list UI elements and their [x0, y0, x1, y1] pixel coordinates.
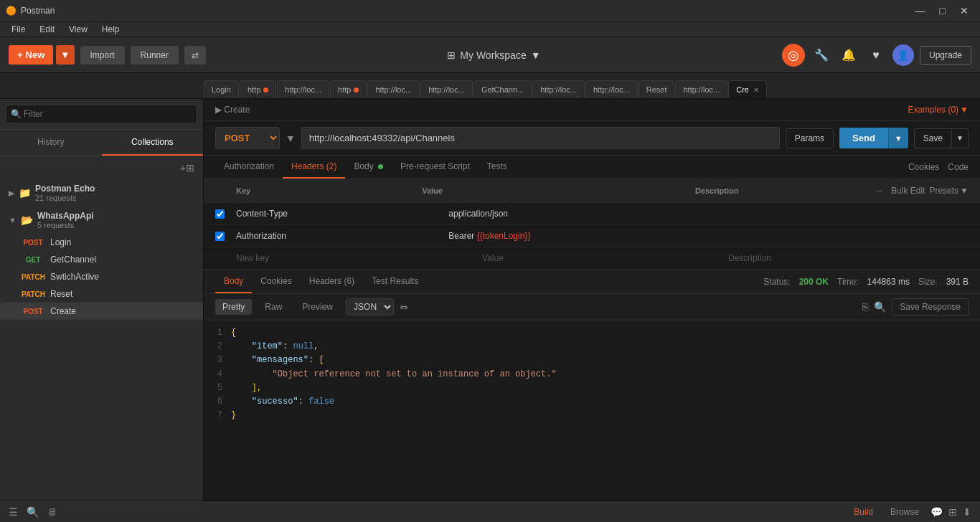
send-arrow-button[interactable]: ▼ — [888, 128, 908, 148]
grid-icon: ⊞ — [447, 49, 456, 61]
tab-prerequest[interactable]: Pre-request Script — [392, 156, 479, 179]
header-row-content-type: Content-Type application/json — [204, 203, 980, 225]
resp-tab-headers[interactable]: Headers (6) — [301, 270, 363, 293]
menu-file[interactable]: File — [6, 23, 31, 36]
workspace-selector[interactable]: ⊞ My Workspace ▼ — [447, 49, 540, 61]
tab-tests[interactable]: Tests — [479, 156, 516, 179]
resp-tab-testresults[interactable]: Test Results — [363, 270, 427, 293]
menu-help[interactable]: Help — [96, 23, 126, 36]
code-content: "mensagens": [ — [231, 353, 324, 367]
method-arrow: ▼ — [286, 133, 296, 144]
collection-whatsappapi[interactable]: ▼ 📂 WhatsAppApi 5 requests — [0, 207, 203, 234]
new-value-input[interactable] — [476, 250, 722, 266]
save-button[interactable]: Save — [914, 128, 952, 148]
row-checkbox-1[interactable] — [215, 209, 225, 219]
request-item-swtichactive[interactable]: PATCH SwtichActive — [0, 268, 203, 285]
params-button[interactable]: Params — [786, 128, 834, 148]
tab-http-loc-1[interactable]: http://loc... — [277, 80, 329, 98]
menu-edit[interactable]: Edit — [34, 23, 60, 36]
title-bar-controls: — □ ✕ — [910, 4, 974, 17]
add-collection-button[interactable]: +⊞ — [177, 161, 197, 175]
monitor-icon[interactable]: 🖥 — [47, 506, 57, 518]
tab-getchannel[interactable]: GetChann... — [473, 80, 532, 98]
bulk-edit-button[interactable]: Bulk Edit — [891, 186, 925, 196]
code-link[interactable]: Code — [948, 156, 969, 178]
new-key-input[interactable] — [230, 250, 476, 266]
bell-icon-button[interactable]: 🔔 — [838, 44, 859, 66]
new-button-arrow[interactable]: ▼ — [56, 45, 74, 65]
code-content: { — [231, 326, 236, 340]
sidebar-tab-history[interactable]: History — [0, 130, 102, 156]
format-json-select[interactable]: JSON XML HTML Text — [346, 298, 394, 315]
sync-button[interactable]: ⇄ — [184, 46, 206, 65]
wrench-icon-button[interactable]: 🔧 — [811, 44, 832, 66]
tab-http-loc-5[interactable]: http://loc... — [585, 80, 638, 98]
search-response-button[interactable]: 🔍 — [874, 301, 886, 313]
filter-input[interactable] — [6, 105, 197, 123]
presets-button[interactable]: Presets ▼ — [929, 186, 969, 196]
collection-postman-echo[interactable]: ▶ 📁 Postman Echo 21 requests — [0, 179, 203, 207]
collection-count: 21 requests — [35, 194, 95, 202]
size-value: 391 B — [946, 277, 969, 287]
tab-login[interactable]: Login — [204, 80, 239, 98]
build-button[interactable]: Build — [848, 506, 879, 518]
close-button[interactable]: ✕ — [954, 4, 974, 17]
code-line-5: 5 ], — [204, 381, 980, 395]
tab-http-loc-6[interactable]: http://loc... — [675, 80, 727, 98]
browse-button[interactable]: Browse — [885, 506, 925, 518]
tab-close-icon[interactable]: ✕ — [753, 86, 759, 94]
request-item-login[interactable]: POST Login — [0, 234, 203, 251]
tab-http-loc-4[interactable]: http://loc... — [532, 80, 585, 98]
menu-view[interactable]: View — [63, 23, 93, 36]
sidebar-tab-collections[interactable]: Collections — [102, 130, 204, 156]
collection-name: WhatsAppApi — [37, 211, 94, 221]
format-tab-pretty[interactable]: Pretty — [215, 299, 252, 315]
request-item-getchannel[interactable]: GET GetChannel — [0, 251, 203, 268]
upgrade-button[interactable]: Upgrade — [920, 46, 971, 65]
method-badge-patch: PATCH — [20, 290, 46, 299]
col-value-label: Value — [416, 184, 689, 198]
minimize-button[interactable]: — — [910, 4, 931, 17]
examples-link[interactable]: Examples (0) ▼ — [908, 105, 969, 115]
tab-http-1[interactable]: http — [240, 80, 276, 98]
download-icon[interactable]: ⬇ — [963, 506, 971, 518]
chat-icon[interactable]: 💬 — [930, 506, 943, 518]
tab-create[interactable]: Cre ✕ — [728, 80, 767, 98]
tab-reset[interactable]: Reset — [639, 80, 675, 98]
heart-icon-button[interactable]: ♥ — [865, 44, 887, 66]
save-response-button[interactable]: Save Response — [892, 298, 969, 315]
layout-icon[interactable]: ⊞ — [948, 506, 957, 518]
method-select[interactable]: POST GET PUT PATCH DELETE — [215, 127, 280, 149]
save-arrow-button[interactable]: ▼ — [952, 128, 969, 148]
tab-http-loc-2[interactable]: http://loc... — [367, 80, 420, 98]
beautify-button[interactable]: ⇔ — [400, 301, 408, 313]
row-checkbox-2[interactable] — [215, 232, 225, 241]
tab-http-loc-3[interactable]: http://loc... — [420, 80, 473, 98]
avatar[interactable]: 👤 — [892, 44, 914, 66]
tab-http-2[interactable]: http — [330, 80, 367, 98]
title-bar: 🟠 Postman — □ ✕ — [0, 0, 980, 22]
send-button[interactable]: Send — [839, 128, 888, 148]
request-item-create[interactable]: POST Create — [0, 303, 203, 320]
resp-tab-cookies[interactable]: Cookies — [252, 270, 300, 293]
cookies-link[interactable]: Cookies — [908, 156, 939, 178]
resp-tab-body[interactable]: Body — [215, 270, 252, 293]
tab-headers[interactable]: Headers (2) — [283, 156, 345, 179]
format-tab-preview[interactable]: Preview — [295, 299, 340, 315]
format-actions: ⎘ 🔍 Save Response — [862, 298, 969, 315]
examples-label: Examples (0) — [908, 105, 958, 115]
import-button[interactable]: Import — [80, 46, 125, 65]
new-button[interactable]: + New — [9, 45, 53, 65]
sidebar-toggle-icon[interactable]: ☰ — [9, 506, 18, 518]
tab-body[interactable]: Body — [345, 156, 392, 179]
url-input[interactable] — [301, 127, 780, 149]
copy-response-button[interactable]: ⎘ — [862, 301, 868, 313]
new-desc-input[interactable] — [722, 250, 969, 266]
format-tab-raw[interactable]: Raw — [258, 299, 289, 315]
tab-authorization[interactable]: Authorization — [215, 156, 283, 179]
search-icon[interactable]: 🔍 — [27, 506, 39, 518]
runner-button[interactable]: Runner — [131, 46, 179, 65]
code-editor: 1 { 2 "item": null, 3 "mensagens": [ 4 — [204, 321, 980, 500]
request-item-reset[interactable]: PATCH Reset — [0, 285, 203, 303]
maximize-button[interactable]: □ — [934, 4, 951, 17]
